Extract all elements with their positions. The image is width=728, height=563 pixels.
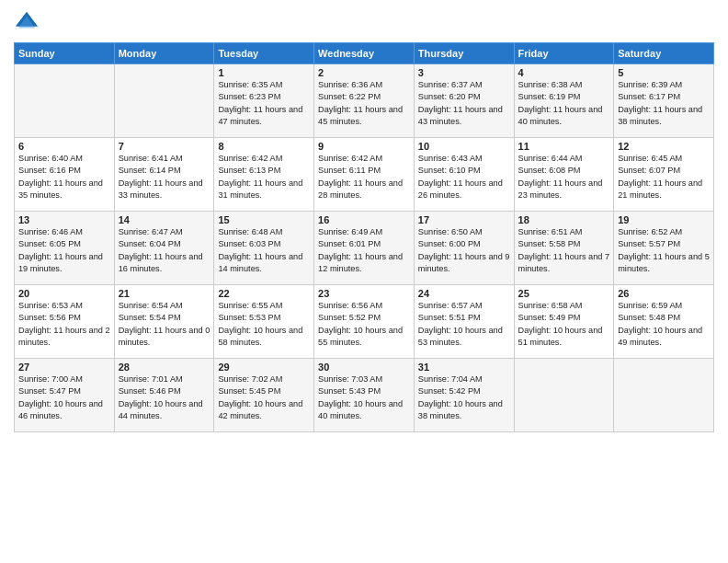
day-number: 30 <box>318 362 410 373</box>
day-number: 12 <box>618 141 710 152</box>
day-info: Sunrise: 6:44 AMSunset: 6:08 PMDaylight:… <box>518 153 610 201</box>
day-number: 4 <box>518 67 610 78</box>
cell-3-7: 19Sunrise: 6:52 AMSunset: 5:57 PMDayligh… <box>614 212 714 285</box>
day-info: Sunrise: 6:52 AMSunset: 5:57 PMDaylight:… <box>618 226 710 275</box>
day-number: 11 <box>518 141 610 152</box>
day-info: Sunrise: 6:42 AMSunset: 6:11 PMDaylight:… <box>318 153 410 201</box>
day-info: Sunrise: 7:00 AMSunset: 5:47 PMDaylight:… <box>18 373 110 422</box>
col-header-thursday: Thursday <box>414 43 514 64</box>
day-info: Sunrise: 6:59 AMSunset: 5:48 PMDaylight:… <box>618 300 710 349</box>
week-row-5: 27Sunrise: 7:00 AMSunset: 5:47 PMDayligh… <box>15 359 714 432</box>
day-number: 13 <box>18 214 110 225</box>
cell-3-3: 15Sunrise: 6:48 AMSunset: 6:03 PMDayligh… <box>214 212 314 285</box>
cell-5-1: 27Sunrise: 7:00 AMSunset: 5:47 PMDayligh… <box>15 359 115 432</box>
logo-icon <box>14 9 40 35</box>
day-info: Sunrise: 7:03 AMSunset: 5:43 PMDaylight:… <box>318 373 410 422</box>
col-header-wednesday: Wednesday <box>314 43 415 64</box>
day-info: Sunrise: 6:43 AMSunset: 6:10 PMDaylight:… <box>418 153 510 201</box>
col-header-monday: Monday <box>114 43 214 64</box>
cell-4-4: 23Sunrise: 6:56 AMSunset: 5:52 PMDayligh… <box>314 285 415 359</box>
day-number: 14 <box>119 214 210 225</box>
day-info: Sunrise: 7:04 AMSunset: 5:42 PMDaylight:… <box>418 373 510 422</box>
day-number: 29 <box>218 362 310 373</box>
day-info: Sunrise: 6:57 AMSunset: 5:51 PMDaylight:… <box>418 300 510 349</box>
cell-4-6: 25Sunrise: 6:58 AMSunset: 5:49 PMDayligh… <box>514 285 614 359</box>
day-info: Sunrise: 6:53 AMSunset: 5:56 PMDaylight:… <box>18 300 110 349</box>
cell-5-7 <box>614 359 714 432</box>
cell-5-3: 29Sunrise: 7:02 AMSunset: 5:45 PMDayligh… <box>214 359 314 432</box>
day-info: Sunrise: 6:41 AMSunset: 6:14 PMDaylight:… <box>119 153 210 201</box>
cell-2-1: 6Sunrise: 6:40 AMSunset: 6:16 PMDaylight… <box>15 138 115 212</box>
cell-5-6 <box>514 359 614 432</box>
day-number: 22 <box>218 288 310 299</box>
cell-5-4: 30Sunrise: 7:03 AMSunset: 5:43 PMDayligh… <box>314 359 415 432</box>
day-info: Sunrise: 6:47 AMSunset: 6:04 PMDaylight:… <box>119 226 210 275</box>
day-number: 27 <box>18 362 110 373</box>
day-number: 21 <box>119 288 210 299</box>
cell-4-5: 24Sunrise: 6:57 AMSunset: 5:51 PMDayligh… <box>414 285 514 359</box>
day-number: 8 <box>218 141 310 152</box>
header <box>14 9 714 35</box>
cell-3-5: 17Sunrise: 6:50 AMSunset: 6:00 PMDayligh… <box>414 212 514 285</box>
cell-3-6: 18Sunrise: 6:51 AMSunset: 5:58 PMDayligh… <box>514 212 614 285</box>
day-info: Sunrise: 6:38 AMSunset: 6:19 PMDaylight:… <box>518 79 610 128</box>
day-number: 28 <box>119 362 210 373</box>
day-number: 3 <box>418 67 510 78</box>
day-number: 24 <box>418 288 510 299</box>
cell-2-3: 8Sunrise: 6:42 AMSunset: 6:13 PMDaylight… <box>214 138 314 212</box>
day-number: 2 <box>318 67 410 78</box>
header-row: SundayMondayTuesdayWednesdayThursdayFrid… <box>15 43 714 64</box>
day-number: 31 <box>418 362 510 373</box>
cell-1-7: 5Sunrise: 6:39 AMSunset: 6:17 PMDaylight… <box>614 64 714 138</box>
day-number: 5 <box>618 67 710 78</box>
cell-5-5: 31Sunrise: 7:04 AMSunset: 5:42 PMDayligh… <box>414 359 514 432</box>
day-info: Sunrise: 6:51 AMSunset: 5:58 PMDaylight:… <box>518 226 610 275</box>
cell-1-1 <box>15 64 115 138</box>
page: SundayMondayTuesdayWednesdayThursdayFrid… <box>0 0 728 563</box>
day-info: Sunrise: 6:39 AMSunset: 6:17 PMDaylight:… <box>618 79 710 128</box>
cell-2-5: 10Sunrise: 6:43 AMSunset: 6:10 PMDayligh… <box>414 138 514 212</box>
day-info: Sunrise: 7:01 AMSunset: 5:46 PMDaylight:… <box>119 373 210 422</box>
cell-3-1: 13Sunrise: 6:46 AMSunset: 6:05 PMDayligh… <box>15 212 115 285</box>
cell-2-6: 11Sunrise: 6:44 AMSunset: 6:08 PMDayligh… <box>514 138 614 212</box>
day-number: 15 <box>218 214 310 225</box>
day-info: Sunrise: 7:02 AMSunset: 5:45 PMDaylight:… <box>218 373 310 422</box>
day-number: 26 <box>618 288 710 299</box>
cell-1-6: 4Sunrise: 6:38 AMSunset: 6:19 PMDaylight… <box>514 64 614 138</box>
week-row-3: 13Sunrise: 6:46 AMSunset: 6:05 PMDayligh… <box>15 212 714 285</box>
week-row-1: 1Sunrise: 6:35 AMSunset: 6:23 PMDaylight… <box>15 64 714 138</box>
day-number: 1 <box>218 67 310 78</box>
col-header-friday: Friday <box>514 43 614 64</box>
day-number: 7 <box>119 141 210 152</box>
cell-4-2: 21Sunrise: 6:54 AMSunset: 5:54 PMDayligh… <box>114 285 214 359</box>
day-info: Sunrise: 6:35 AMSunset: 6:23 PMDaylight:… <box>218 79 310 128</box>
day-info: Sunrise: 6:54 AMSunset: 5:54 PMDaylight:… <box>119 300 210 349</box>
cell-1-3: 1Sunrise: 6:35 AMSunset: 6:23 PMDaylight… <box>214 64 314 138</box>
cell-1-2 <box>114 64 214 138</box>
cell-4-7: 26Sunrise: 6:59 AMSunset: 5:48 PMDayligh… <box>614 285 714 359</box>
day-info: Sunrise: 6:49 AMSunset: 6:01 PMDaylight:… <box>318 226 410 275</box>
day-number: 6 <box>18 141 110 152</box>
cell-2-4: 9Sunrise: 6:42 AMSunset: 6:11 PMDaylight… <box>314 138 415 212</box>
day-number: 10 <box>418 141 510 152</box>
day-info: Sunrise: 6:55 AMSunset: 5:53 PMDaylight:… <box>218 300 310 349</box>
day-number: 25 <box>518 288 610 299</box>
day-number: 17 <box>418 214 510 225</box>
cell-5-2: 28Sunrise: 7:01 AMSunset: 5:46 PMDayligh… <box>114 359 214 432</box>
col-header-sunday: Sunday <box>15 43 115 64</box>
cell-1-4: 2Sunrise: 6:36 AMSunset: 6:22 PMDaylight… <box>314 64 415 138</box>
day-number: 18 <box>518 214 610 225</box>
day-info: Sunrise: 6:50 AMSunset: 6:00 PMDaylight:… <box>418 226 510 275</box>
week-row-4: 20Sunrise: 6:53 AMSunset: 5:56 PMDayligh… <box>15 285 714 359</box>
cell-3-4: 16Sunrise: 6:49 AMSunset: 6:01 PMDayligh… <box>314 212 415 285</box>
calendar-table: SundayMondayTuesdayWednesdayThursdayFrid… <box>14 42 714 432</box>
day-number: 23 <box>318 288 410 299</box>
cell-2-2: 7Sunrise: 6:41 AMSunset: 6:14 PMDaylight… <box>114 138 214 212</box>
day-info: Sunrise: 6:37 AMSunset: 6:20 PMDaylight:… <box>418 79 510 128</box>
cell-4-3: 22Sunrise: 6:55 AMSunset: 5:53 PMDayligh… <box>214 285 314 359</box>
cell-2-7: 12Sunrise: 6:45 AMSunset: 6:07 PMDayligh… <box>614 138 714 212</box>
day-info: Sunrise: 6:42 AMSunset: 6:13 PMDaylight:… <box>218 153 310 201</box>
cell-4-1: 20Sunrise: 6:53 AMSunset: 5:56 PMDayligh… <box>15 285 115 359</box>
day-info: Sunrise: 6:36 AMSunset: 6:22 PMDaylight:… <box>318 79 410 128</box>
day-info: Sunrise: 6:58 AMSunset: 5:49 PMDaylight:… <box>518 300 610 349</box>
